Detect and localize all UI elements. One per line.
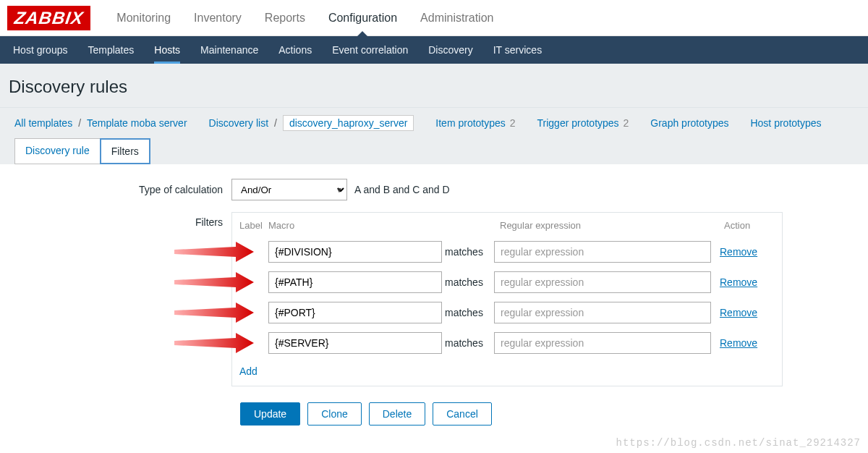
filter-label: B	[239, 276, 268, 288]
matches-text: matches	[442, 337, 494, 349]
topnav-monitoring[interactable]: Monitoring	[105, 0, 182, 36]
filter-row: B matches Remove	[239, 267, 775, 297]
page-header: Discovery rules	[0, 64, 868, 108]
page-title: Discovery rules	[9, 77, 859, 97]
topnav-reports[interactable]: Reports	[253, 0, 317, 36]
update-button[interactable]: Update	[240, 402, 300, 426]
breadcrumb-sep: /	[78, 117, 81, 129]
subnav-hosts[interactable]: Hosts	[144, 36, 190, 64]
calc-label: Type of calculation	[14, 184, 231, 195]
regex-input[interactable]	[494, 332, 711, 354]
breadcrumb-all-templates[interactable]: All templates	[14, 117, 72, 129]
calc-hint: A and B and C and D	[354, 184, 450, 195]
form: Type of calculation And/Or ▼ A and B and…	[0, 164, 868, 447]
subnav-it-services[interactable]: IT services	[483, 36, 552, 64]
clone-button[interactable]: Clone	[307, 402, 362, 426]
link-item-prototypes[interactable]: Item prototypes 2	[435, 117, 515, 129]
regex-input[interactable]	[494, 302, 711, 323]
subnav-event-correlation[interactable]: Event correlation	[322, 36, 418, 64]
filter-label: D	[239, 337, 268, 349]
context-bar: All templates / Template moba server Dis…	[0, 108, 868, 139]
button-row: Update Clone Delete Cancel	[240, 402, 854, 426]
logo: ZABBIX	[7, 6, 90, 30]
filter-label: A	[239, 246, 268, 258]
filters-table: Label Macro Regular expression Action A …	[231, 212, 783, 386]
filters-label: Filters	[14, 212, 231, 386]
remove-link[interactable]: Remove	[720, 246, 757, 258]
subnav-maintenance[interactable]: Maintenance	[190, 36, 268, 64]
matches-text: matches	[442, 307, 494, 318]
remove-link[interactable]: Remove	[720, 276, 757, 288]
tab-discovery-rule[interactable]: Discovery rule	[14, 138, 101, 164]
macro-input[interactable]	[268, 332, 442, 354]
filters-table-head: Label Macro Regular expression Action	[239, 217, 775, 237]
delete-button[interactable]: Delete	[369, 402, 425, 426]
subnav-templates[interactable]: Templates	[77, 36, 144, 64]
col-label: Label	[239, 220, 268, 231]
breadcrumb-discovery-name[interactable]: discovery_haproxy_server	[283, 115, 414, 131]
col-macro: Macro	[268, 220, 449, 231]
filter-row: D matches Remove	[239, 328, 775, 358]
macro-input[interactable]	[268, 241, 442, 263]
cancel-button[interactable]: Cancel	[433, 402, 492, 426]
link-graph-prototypes[interactable]: Graph prototypes	[650, 117, 728, 129]
macro-input[interactable]	[268, 271, 442, 293]
breadcrumb-template[interactable]: Template moba server	[87, 117, 187, 129]
col-regex: Regular expression	[500, 220, 724, 231]
breadcrumb-discovery-list[interactable]: Discovery list	[209, 117, 268, 129]
calc-select[interactable]: And/Or	[231, 179, 347, 200]
link-host-prototypes[interactable]: Host prototypes	[750, 117, 821, 129]
topnav-configuration[interactable]: Configuration	[317, 0, 409, 36]
top-nav: ZABBIX Monitoring Inventory Reports Conf…	[0, 0, 868, 36]
regex-input[interactable]	[494, 241, 711, 263]
subnav-actions[interactable]: Actions	[268, 36, 322, 64]
macro-input[interactable]	[268, 302, 442, 323]
tab-filters[interactable]: Filters	[100, 138, 150, 164]
filter-row: A matches Remove	[239, 237, 775, 267]
col-action: Action	[724, 220, 775, 231]
sub-nav: Host groups Templates Hosts Maintenance …	[0, 36, 868, 64]
remove-link[interactable]: Remove	[720, 337, 757, 349]
link-trigger-prototypes[interactable]: Trigger prototypes 2	[537, 117, 629, 129]
topnav-administration[interactable]: Administration	[409, 0, 505, 36]
topnav-inventory[interactable]: Inventory	[182, 0, 253, 36]
watermark: https://blog.csdn.net/sinat_29214327	[616, 437, 861, 449]
add-link[interactable]: Add	[239, 365, 258, 377]
subnav-discovery[interactable]: Discovery	[418, 36, 482, 64]
breadcrumb-sep: /	[274, 117, 277, 129]
tabs: Discovery rule Filters	[0, 138, 868, 164]
remove-link[interactable]: Remove	[720, 307, 757, 318]
regex-input[interactable]	[494, 271, 711, 293]
matches-text: matches	[442, 276, 494, 288]
matches-text: matches	[442, 246, 494, 258]
filter-label: C	[239, 307, 268, 318]
subnav-host-groups[interactable]: Host groups	[3, 36, 77, 64]
filter-row: C matches Remove	[239, 297, 775, 328]
